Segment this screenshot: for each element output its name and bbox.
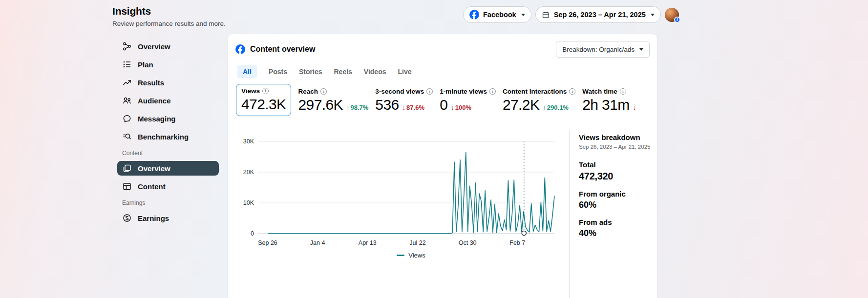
sidebar-item-messaging[interactable]: Messaging [117, 111, 219, 126]
card-title: Content overview [250, 45, 315, 54]
facebook-logo-icon [469, 10, 479, 20]
sidebar-item-label: Audience [138, 97, 171, 105]
change-indicator: 290.1% [543, 104, 569, 111]
chevron-down-icon [521, 14, 525, 16]
arrow-up-icon [543, 104, 546, 111]
change-indicator [633, 104, 637, 111]
sidebar-item-label: Earnings [138, 214, 169, 222]
facebook-badge-icon: f [674, 17, 680, 23]
change-indicator: 100% [451, 104, 471, 111]
sidebar-item-label: Overview [138, 42, 170, 51]
sidebar-item-overview[interactable]: Overview [117, 39, 219, 54]
chevron-down-icon [639, 48, 643, 51]
tab-videos[interactable]: Videos [364, 65, 386, 78]
breakdown-label: Breakdown: Organic/ads [562, 46, 635, 53]
change-indicator: 87.6% [402, 104, 424, 111]
tab-posts[interactable]: Posts [269, 65, 287, 78]
page-heading: Insights Review performance results and … [112, 5, 226, 27]
metric-label: Content interactions [503, 88, 567, 95]
trend-icon [122, 78, 132, 87]
sidebar-item-benchmarking[interactable]: Benchmarking [117, 129, 219, 144]
metric-label: Reach [298, 88, 318, 95]
breakdown-title: Views breakdown [579, 133, 652, 141]
metric-reach[interactable]: Reach 297.6K98.7% [298, 84, 368, 117]
metric-cards: Views 472.3K Reach 297.6K98.7% 3-second … [228, 84, 657, 117]
arrow-up-icon [346, 104, 350, 111]
breakdown-date-range: Sep 26, 2023 – Apr 21, 2025 [579, 144, 652, 150]
sidebar-item-content[interactable]: Content [117, 179, 219, 194]
arrow-down-icon [633, 104, 636, 111]
tab-all[interactable]: All [237, 65, 257, 78]
y-tick-label: 10K [243, 199, 254, 206]
x-tick-label: Feb 7 [509, 239, 525, 246]
info-icon[interactable] [620, 88, 626, 95]
sidebar-item-label: Overview [138, 164, 170, 173]
sidebar-item-label: Benchmarking [138, 133, 189, 141]
platform-label: Facebook [483, 11, 516, 19]
sidebar-item-results[interactable]: Results [117, 75, 219, 90]
legend-label: Views [408, 252, 425, 259]
page-subtitle: Review performance results and more. [112, 20, 226, 27]
chart-canvas[interactable] [268, 141, 554, 234]
metric-1-minute-views[interactable]: 1-minute views 0100% [440, 84, 496, 117]
total-label: Total [579, 160, 652, 169]
metric-3-second-views[interactable]: 3-second views 53687.6% [375, 84, 433, 117]
chevron-down-icon [651, 14, 655, 16]
table-icon [122, 181, 132, 191]
x-tick-label: Jul 22 [409, 239, 425, 246]
metric-value: 27.2K [503, 97, 539, 113]
nodes-icon [122, 41, 132, 51]
metric-value: 536 [375, 97, 399, 113]
tab-stories[interactable]: Stories [299, 65, 322, 78]
metric-label: Views [241, 87, 260, 95]
info-icon[interactable] [426, 88, 433, 95]
sidebar-item-content-overview[interactable]: Overview [117, 161, 219, 176]
date-range-label: Sep 26, 2023 – Apr 21, 2025 [554, 11, 646, 19]
views-breakdown-panel: Views breakdown Sep 26, 2023 – Apr 21, 2… [579, 133, 652, 238]
date-range-selector[interactable]: Sep 26, 2023 – Apr 21, 2025 [535, 6, 661, 23]
metric-value: 0 [440, 97, 447, 113]
sidebar-item-earnings[interactable]: Earnings [117, 211, 219, 225]
facebook-logo-icon [235, 44, 245, 54]
y-tick-label: 0 [251, 230, 254, 237]
sidebar-item-label: Plan [138, 60, 153, 69]
metric-views[interactable]: Views 472.3K [236, 84, 291, 116]
platform-selector[interactable]: Facebook [463, 6, 531, 23]
sidebar: Overview Plan Results Audience Messaging… [117, 39, 219, 229]
arrow-down-icon [451, 104, 454, 111]
metric-watch-time[interactable]: Watch time 2h 31m [582, 84, 637, 117]
metric-label: 1-minute views [440, 88, 487, 95]
total-value: 472,320 [579, 171, 652, 182]
metric-content-interactions[interactable]: Content interactions 27.2K290.1% [503, 84, 575, 117]
breakdown-selector[interactable]: Breakdown: Organic/ads [556, 41, 650, 58]
sidebar-item-plan[interactable]: Plan [117, 57, 219, 72]
info-icon[interactable] [262, 88, 269, 94]
metric-label: 3-second views [375, 88, 424, 95]
tab-reels[interactable]: Reels [334, 65, 352, 78]
sidebar-item-label: Content [138, 182, 166, 191]
sidebar-item-label: Results [138, 79, 164, 87]
info-icon[interactable] [320, 88, 327, 95]
content-tabs: All Posts Stories Reels Videos Live [228, 65, 657, 78]
metric-label: Watch time [582, 88, 617, 95]
benchmark-icon [122, 132, 132, 141]
profile-avatar[interactable]: f [665, 8, 679, 22]
sidebar-item-audience[interactable]: Audience [117, 93, 219, 108]
header-controls: Facebook Sep 26, 2023 – Apr 21, 2025 f [463, 6, 679, 23]
chat-icon [122, 114, 132, 123]
dollar-icon [122, 213, 132, 223]
from-organic-value: 60% [579, 200, 652, 210]
tab-live[interactable]: Live [398, 65, 412, 78]
chart-legend: Views [268, 252, 554, 259]
info-icon[interactable] [569, 88, 575, 95]
sidebar-item-label: Messaging [138, 115, 176, 123]
y-tick-label: 30K [243, 138, 254, 145]
list-icon [122, 60, 132, 69]
info-icon[interactable] [489, 88, 496, 95]
content-overview-card: Content overview Breakdown: Organic/ads … [228, 34, 657, 298]
change-indicator: 98.7% [346, 104, 368, 111]
panel-divider [569, 130, 570, 298]
from-ads-label: From ads [579, 218, 652, 226]
x-tick-label: Apr 13 [359, 239, 377, 246]
views-chart: 010K20K30K Sep 26Jan 4Apr 13Jul 22Oct 30… [268, 141, 554, 234]
